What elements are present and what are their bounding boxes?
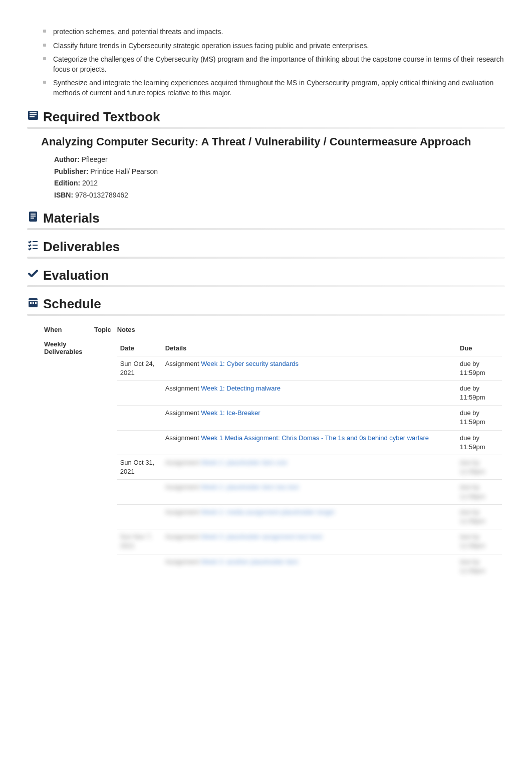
- assignment-link: Week 2: placeholder item two text: [201, 483, 299, 491]
- assignment-type: Assignment: [165, 459, 201, 466]
- details-cell: Assignment Week 2: media assignment plac…: [162, 504, 457, 529]
- section-divider: [27, 285, 505, 287]
- schedule-table: When Topic Notes Weekly Deliverables Dat…: [41, 322, 505, 581]
- deliverables-section-heading: Deliverables: [27, 239, 505, 255]
- assignment-type: Assignment: [165, 483, 201, 491]
- col-due: Due: [457, 340, 502, 356]
- assignment-type: Assignment: [165, 508, 201, 516]
- svg-rect-3: [30, 116, 35, 117]
- date-cell: Sun Oct 31, 2021: [117, 455, 162, 480]
- assignment-type: Assignment: [165, 533, 201, 540]
- svg-rect-12: [29, 300, 38, 301]
- due-cell: due by 11:59pm: [457, 455, 502, 480]
- checklist-icon: [27, 239, 39, 255]
- assignment-row: Assignment Week 3: another placeholder i…: [117, 554, 502, 578]
- outcome-item: Categorize the challenges of the Cyberse…: [43, 53, 505, 76]
- due-cell: due by 11:59pm: [457, 504, 502, 529]
- assignment-type: Assignment: [165, 558, 201, 565]
- assignment-link: Week 2: placeholder item one: [201, 459, 287, 466]
- outcome-item: Classify future trends in Cybersecurity …: [43, 39, 505, 53]
- svg-rect-5: [31, 214, 36, 215]
- outcomes-list: protection schemes, and potential threat…: [27, 25, 505, 100]
- details-cell: Assignment Week 3: another placeholder i…: [162, 554, 457, 578]
- details-cell: Assignment Week 1: Cyber security standa…: [162, 356, 457, 380]
- details-cell: Assignment Week 3: placeholder assignmen…: [162, 529, 457, 554]
- assignment-type: Assignment: [165, 409, 201, 417]
- svg-rect-1: [30, 112, 37, 113]
- assignment-link[interactable]: Week 1: Cyber security standards: [201, 360, 299, 367]
- col-notes: Notes: [114, 322, 505, 337]
- svg-rect-7: [31, 218, 34, 219]
- textbook-edition: Edition: 2012: [54, 177, 505, 189]
- document-icon: [27, 211, 39, 226]
- textbook-author: Author: Pfleeger: [54, 154, 505, 166]
- assignment-link: Week 2: media assignment placeholder lon…: [201, 508, 335, 516]
- deliverables-inner-table: Date Details Due Sun Oct 24, 2021Assignm…: [117, 340, 502, 578]
- assignment-row: Sun Nov 7, 2021Assignment Week 3: placeh…: [117, 529, 502, 554]
- schedule-section-heading: Schedule: [27, 296, 505, 312]
- heading-text: Deliverables: [43, 239, 120, 255]
- check-icon: [27, 268, 39, 283]
- date-cell: [117, 480, 162, 504]
- textbook-publisher: Publisher: Printice Hall/ Pearson: [54, 166, 505, 178]
- date-cell: [117, 406, 162, 430]
- section-divider: [27, 257, 505, 259]
- svg-rect-13: [30, 302, 32, 304]
- textbook-title: Analyzing Computer Security: A Threat / …: [41, 135, 505, 149]
- due-cell: due by 11:59pm: [457, 430, 502, 455]
- assignment-type: Assignment: [165, 384, 201, 392]
- weekly-deliverables-label: Weekly Deliverables: [41, 337, 91, 581]
- details-cell: Assignment Week 1: Ice-Breaker: [162, 406, 457, 430]
- heading-text: Materials: [43, 211, 100, 226]
- assignment-link[interactable]: Week 1: Detecting malware: [201, 384, 281, 392]
- section-divider: [27, 228, 505, 230]
- heading-text: Evaluation: [43, 268, 109, 283]
- details-cell: Assignment Week 1: Detecting malware: [162, 380, 457, 405]
- outcome-item: protection schemes, and potential threat…: [43, 25, 505, 39]
- due-cell: due by 11:59pm: [457, 480, 502, 504]
- date-cell: [117, 380, 162, 405]
- schedule-row: Weekly Deliverables Date Details Due Sun…: [41, 337, 505, 581]
- details-cell: Assignment Week 1 Media Assignment: Chri…: [162, 430, 457, 455]
- svg-rect-14: [33, 302, 34, 304]
- date-cell: [117, 504, 162, 529]
- heading-text: Required Textbook: [43, 109, 160, 125]
- due-cell: due by 11:59pm: [457, 554, 502, 578]
- assignment-link[interactable]: Week 1: Ice-Breaker: [201, 409, 260, 417]
- assignment-row: Sun Oct 24, 2021Assignment Week 1: Cyber…: [117, 356, 502, 380]
- details-cell: Assignment Week 2: placeholder item two …: [162, 480, 457, 504]
- section-divider: [27, 127, 505, 129]
- assignment-link: Week 3: placeholder assignment text here: [201, 533, 323, 540]
- svg-rect-8: [33, 241, 38, 242]
- due-cell: due by 11:59pm: [457, 380, 502, 405]
- due-cell: due by 11:59pm: [457, 406, 502, 430]
- due-cell: due by 11:59pm: [457, 529, 502, 554]
- svg-rect-9: [33, 245, 38, 246]
- svg-rect-6: [31, 216, 36, 217]
- date-cell: Sun Nov 7, 2021: [117, 529, 162, 554]
- assignment-row: Assignment Week 1: Detecting malwaredue …: [117, 380, 502, 405]
- col-topic: Topic: [91, 322, 114, 337]
- heading-text: Schedule: [43, 296, 101, 312]
- assignment-type: Assignment: [165, 434, 201, 442]
- book-icon: [27, 109, 39, 125]
- assignment-row: Assignment Week 1 Media Assignment: Chri…: [117, 430, 502, 455]
- assignment-row: Assignment Week 1: Ice-Breakerdue by 11:…: [117, 406, 502, 430]
- textbook-details: Analyzing Computer Security: A Threat / …: [27, 135, 505, 202]
- date-cell: Sun Oct 24, 2021: [117, 356, 162, 380]
- col-when: When: [41, 322, 91, 337]
- date-cell: [117, 554, 162, 578]
- assignment-row: Sun Oct 31, 2021Assignment Week 2: place…: [117, 455, 502, 480]
- section-divider: [27, 314, 505, 316]
- calendar-icon: [27, 296, 39, 312]
- svg-rect-2: [30, 114, 37, 115]
- assignment-row: Assignment Week 2: placeholder item two …: [117, 480, 502, 504]
- details-cell: Assignment Week 2: placeholder item one: [162, 455, 457, 480]
- col-details: Details: [162, 340, 457, 356]
- assignment-row: Assignment Week 2: media assignment plac…: [117, 504, 502, 529]
- materials-section-heading: Materials: [27, 211, 505, 226]
- svg-rect-10: [33, 248, 38, 249]
- assignment-link[interactable]: Week 1 Media Assignment: Chris Domas - T…: [201, 434, 429, 442]
- textbook-isbn: ISBN: 978-0132789462: [54, 189, 505, 202]
- due-cell: due by 11:59pm: [457, 356, 502, 380]
